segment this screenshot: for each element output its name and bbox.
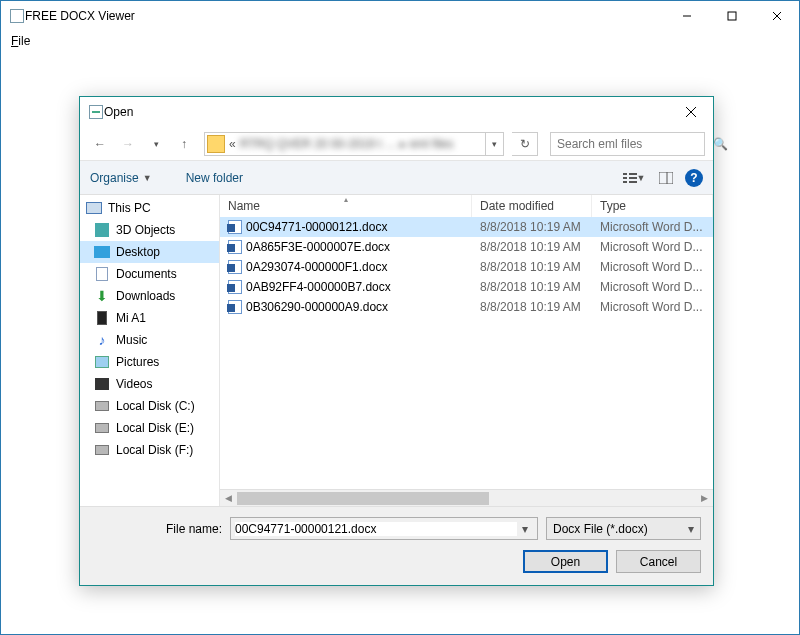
sidebar-root-label: This PC bbox=[108, 201, 151, 215]
filename-combobox[interactable]: ▾ bbox=[230, 517, 538, 540]
organise-button[interactable]: Organise ▼ bbox=[90, 171, 152, 185]
chevron-down-icon: ▾ bbox=[688, 522, 694, 536]
nav-up-button[interactable]: ↑ bbox=[172, 132, 196, 156]
close-button[interactable] bbox=[754, 1, 799, 31]
search-input[interactable] bbox=[551, 137, 713, 151]
table-row[interactable]: 0A865F3E-0000007E.docx8/8/2018 10:19 AMM… bbox=[220, 237, 713, 257]
desktop-icon bbox=[94, 244, 110, 260]
table-row[interactable]: 0B306290-000000A9.docx8/8/2018 10:19 AMM… bbox=[220, 297, 713, 317]
search-icon[interactable]: 🔍 bbox=[713, 137, 728, 151]
disk-icon bbox=[94, 420, 110, 436]
documents-icon bbox=[94, 266, 110, 282]
breadcrumb-path: RTRQ QVER 20 00-2019 t … ▸ eml files bbox=[240, 137, 454, 151]
file-type: Microsoft Word D... bbox=[592, 240, 713, 254]
music-icon: ♪ bbox=[94, 332, 110, 348]
file-date: 8/8/2018 10:19 AM bbox=[472, 300, 592, 314]
refresh-button[interactable]: ↻ bbox=[512, 132, 538, 156]
horizontal-scrollbar[interactable]: ◀ ▶ bbox=[220, 489, 713, 506]
view-options-button[interactable]: ▼ bbox=[621, 167, 647, 189]
sidebar-item-local-disk-f-[interactable]: Local Disk (F:) bbox=[80, 439, 219, 461]
chevron-down-icon[interactable]: ▾ bbox=[517, 522, 533, 536]
search-box[interactable]: 🔍 bbox=[550, 132, 705, 156]
menu-file[interactable]: File bbox=[7, 32, 34, 50]
downloads-icon: ⬇ bbox=[94, 288, 110, 304]
app-icon bbox=[9, 8, 25, 24]
dialog-title: Open bbox=[104, 105, 133, 119]
sidebar-item-label: Local Disk (F:) bbox=[116, 443, 193, 457]
menu-file-label: ile bbox=[18, 34, 30, 48]
pc-icon bbox=[86, 200, 102, 216]
filetype-filter[interactable]: Docx File (*.docx) ▾ bbox=[546, 517, 701, 540]
nav-back-button[interactable]: ← bbox=[88, 132, 112, 156]
sidebar-item-label: Local Disk (C:) bbox=[116, 399, 195, 413]
minimize-button[interactable] bbox=[664, 1, 709, 31]
file-name: 0A865F3E-0000007E.docx bbox=[246, 240, 390, 254]
help-button[interactable]: ? bbox=[685, 169, 703, 187]
dialog-titlebar[interactable]: Open bbox=[80, 97, 713, 127]
file-date: 8/8/2018 10:19 AM bbox=[472, 260, 592, 274]
file-name: 0B306290-000000A9.docx bbox=[246, 300, 388, 314]
scroll-track[interactable] bbox=[237, 490, 696, 506]
nav-forward-button[interactable]: → bbox=[116, 132, 140, 156]
column-header-type[interactable]: Type bbox=[592, 195, 713, 217]
sidebar-item-label: Pictures bbox=[116, 355, 159, 369]
scroll-right-button[interactable]: ▶ bbox=[696, 490, 713, 507]
file-type: Microsoft Word D... bbox=[592, 220, 713, 234]
scroll-left-button[interactable]: ◀ bbox=[220, 490, 237, 507]
sidebar-item-music[interactable]: ♪Music bbox=[80, 329, 219, 351]
filename-input[interactable] bbox=[235, 522, 517, 536]
sidebar-item-desktop[interactable]: Desktop bbox=[80, 241, 219, 263]
sidebar-item-label: Desktop bbox=[116, 245, 160, 259]
breadcrumb-dropdown[interactable]: ▾ bbox=[485, 133, 503, 155]
folder-icon bbox=[207, 135, 225, 153]
svg-rect-10 bbox=[629, 177, 637, 179]
sidebar-item-videos[interactable]: Videos bbox=[80, 373, 219, 395]
maximize-button[interactable] bbox=[709, 1, 754, 31]
list-body[interactable]: 00C94771-00000121.docx8/8/2018 10:19 AMM… bbox=[220, 217, 713, 489]
new-folder-button[interactable]: New folder bbox=[186, 171, 243, 185]
open-dialog: Open ← → ▾ ↑ « RTRQ QVER 20 00-2019 t … … bbox=[79, 96, 714, 586]
chevron-right-icon[interactable]: « bbox=[225, 137, 240, 151]
svg-rect-11 bbox=[629, 181, 637, 183]
sidebar-item-mi-a1[interactable]: Mi A1 bbox=[80, 307, 219, 329]
file-date: 8/8/2018 10:19 AM bbox=[472, 220, 592, 234]
sidebar-root-this-pc[interactable]: This PC bbox=[80, 197, 219, 219]
word-doc-icon bbox=[228, 240, 242, 254]
sidebar-item-pictures[interactable]: Pictures bbox=[80, 351, 219, 373]
pictures-icon bbox=[94, 354, 110, 370]
sidebar-item-label: Documents bbox=[116, 267, 177, 281]
disk-icon bbox=[94, 398, 110, 414]
column-header-date[interactable]: Date modified bbox=[472, 195, 592, 217]
nav-recent-dropdown[interactable]: ▾ bbox=[144, 132, 168, 156]
list-header: ▴Name Date modified Type bbox=[220, 195, 713, 217]
sidebar-item-local-disk-e-[interactable]: Local Disk (E:) bbox=[80, 417, 219, 439]
menu-bar: File bbox=[1, 31, 799, 51]
open-button[interactable]: Open bbox=[523, 550, 608, 573]
table-row[interactable]: 0A293074-000000F1.docx8/8/2018 10:19 AMM… bbox=[220, 257, 713, 277]
scroll-thumb[interactable] bbox=[237, 492, 489, 505]
sidebar-item-label: Videos bbox=[116, 377, 152, 391]
file-name: 0AB92FF4-000000B7.docx bbox=[246, 280, 391, 294]
sidebar-item-3d-objects[interactable]: 3D Objects bbox=[80, 219, 219, 241]
file-name: 00C94771-00000121.docx bbox=[246, 220, 387, 234]
videos-icon bbox=[94, 376, 110, 392]
dialog-close-button[interactable] bbox=[668, 97, 713, 127]
sidebar-item-local-disk-c-[interactable]: Local Disk (C:) bbox=[80, 395, 219, 417]
column-header-name[interactable]: ▴Name bbox=[220, 195, 472, 217]
sidebar-item-label: Downloads bbox=[116, 289, 175, 303]
table-row[interactable]: 00C94771-00000121.docx8/8/2018 10:19 AMM… bbox=[220, 217, 713, 237]
sidebar-item-downloads[interactable]: ⬇Downloads bbox=[80, 285, 219, 307]
sidebar-item-documents[interactable]: Documents bbox=[80, 263, 219, 285]
table-row[interactable]: 0AB92FF4-000000B7.docx8/8/2018 10:19 AMM… bbox=[220, 277, 713, 297]
sort-asc-icon: ▴ bbox=[344, 195, 348, 204]
cancel-button[interactable]: Cancel bbox=[616, 550, 701, 573]
app-window: FREE DOCX Viewer File Open ← → ▾ ↑ « bbox=[0, 0, 800, 635]
svg-rect-7 bbox=[623, 177, 627, 179]
sidebar-item-label: 3D Objects bbox=[116, 223, 175, 237]
breadcrumb[interactable]: « RTRQ QVER 20 00-2019 t … ▸ eml files ▾ bbox=[204, 132, 504, 156]
app-title: FREE DOCX Viewer bbox=[25, 9, 135, 23]
app-titlebar[interactable]: FREE DOCX Viewer bbox=[1, 1, 799, 31]
sidebar[interactable]: This PC 3D ObjectsDesktopDocuments⬇Downl… bbox=[80, 195, 220, 506]
filetype-filter-value: Docx File (*.docx) bbox=[553, 522, 648, 536]
preview-pane-button[interactable] bbox=[653, 167, 679, 189]
